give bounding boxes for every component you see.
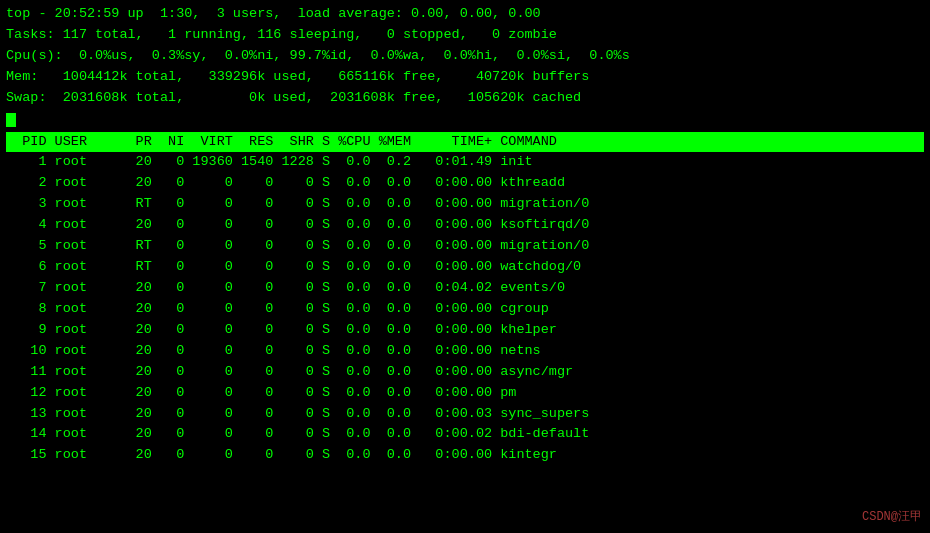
table-row: 12 root 20 0 0 0 0 S 0.0 0.0 0:00.00 pm	[6, 383, 924, 404]
table-header: PID USER PR NI VIRT RES SHR S %CPU %MEM …	[6, 132, 924, 153]
header-line-1: top - 20:52:59 up 1:30, 3 users, load av…	[6, 4, 924, 25]
table-row: 4 root 20 0 0 0 0 S 0.0 0.0 0:00.00 ksof…	[6, 215, 924, 236]
table-row: 1 root 20 0 19360 1540 1228 S 0.0 0.2 0:…	[6, 152, 924, 173]
table-row: 7 root 20 0 0 0 0 S 0.0 0.0 0:04.02 even…	[6, 278, 924, 299]
terminal-container: top - 20:52:59 up 1:30, 3 users, load av…	[6, 4, 924, 466]
cursor-line	[6, 111, 924, 132]
table-row: 2 root 20 0 0 0 0 S 0.0 0.0 0:00.00 kthr…	[6, 173, 924, 194]
cursor-block	[6, 113, 16, 127]
header-line-2: Tasks: 117 total, 1 running, 116 sleepin…	[6, 25, 924, 46]
table-row: 15 root 20 0 0 0 0 S 0.0 0.0 0:00.00 kin…	[6, 445, 924, 466]
table-row: 3 root RT 0 0 0 0 S 0.0 0.0 0:00.00 migr…	[6, 194, 924, 215]
header-section: top - 20:52:59 up 1:30, 3 users, load av…	[6, 4, 924, 109]
table-row: 5 root RT 0 0 0 0 S 0.0 0.0 0:00.00 migr…	[6, 236, 924, 257]
table-row: 13 root 20 0 0 0 0 S 0.0 0.0 0:00.03 syn…	[6, 404, 924, 425]
table-row: 6 root RT 0 0 0 0 S 0.0 0.0 0:00.00 watc…	[6, 257, 924, 278]
table-body: 1 root 20 0 19360 1540 1228 S 0.0 0.2 0:…	[6, 152, 924, 466]
table-row: 10 root 20 0 0 0 0 S 0.0 0.0 0:00.00 net…	[6, 341, 924, 362]
header-line-3: Cpu(s): 0.0%us, 0.3%sy, 0.0%ni, 99.7%id,…	[6, 46, 924, 67]
table-row: 11 root 20 0 0 0 0 S 0.0 0.0 0:00.00 asy…	[6, 362, 924, 383]
table-row: 9 root 20 0 0 0 0 S 0.0 0.0 0:00.00 khel…	[6, 320, 924, 341]
watermark: CSDN@汪甲	[862, 508, 922, 525]
header-line-5: Swap: 2031608k total, 0k used, 2031608k …	[6, 88, 924, 109]
table-row: 8 root 20 0 0 0 0 S 0.0 0.0 0:00.00 cgro…	[6, 299, 924, 320]
header-line-4: Mem: 1004412k total, 339296k used, 66511…	[6, 67, 924, 88]
table-row: 14 root 20 0 0 0 0 S 0.0 0.0 0:00.02 bdi…	[6, 424, 924, 445]
